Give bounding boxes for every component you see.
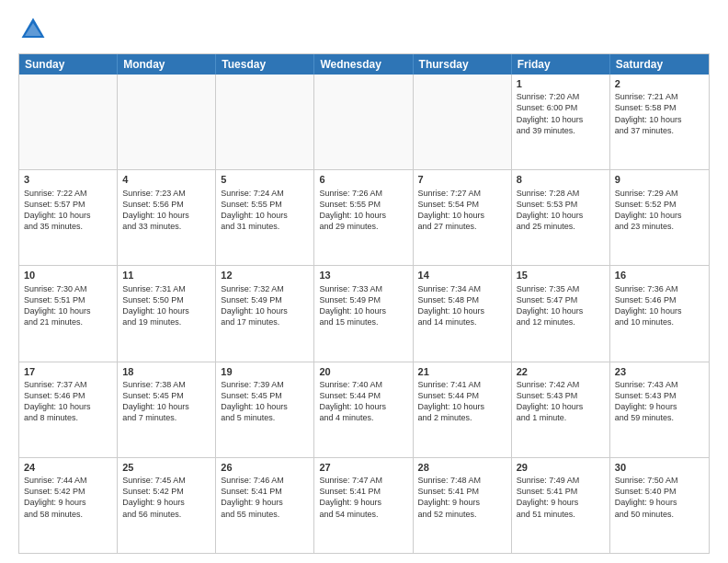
day-info: Sunrise: 7:38 AM Sunset: 5:45 PM Dayligh… [122,379,210,424]
calendar-row-1: 1Sunrise: 7:20 AM Sunset: 6:00 PM Daylig… [19,75,709,169]
day-info: Sunrise: 7:47 AM Sunset: 5:41 PM Dayligh… [319,475,407,520]
day-info: Sunrise: 7:33 AM Sunset: 5:49 PM Dayligh… [319,283,407,328]
day-number: 19 [221,365,309,378]
day-number: 17 [24,365,112,378]
day-cell-10: 10Sunrise: 7:30 AM Sunset: 5:51 PM Dayli… [19,266,118,361]
weekday-header-monday: Monday [118,54,216,75]
day-info: Sunrise: 7:34 AM Sunset: 5:48 PM Dayligh… [418,283,506,328]
day-number: 11 [122,269,210,282]
empty-cell [414,75,512,169]
day-number: 10 [24,269,112,282]
day-number: 3 [24,173,112,186]
day-cell-2: 2Sunrise: 7:21 AM Sunset: 5:58 PM Daylig… [610,75,709,169]
day-info: Sunrise: 7:26 AM Sunset: 5:55 PM Dayligh… [319,188,407,233]
day-number: 13 [319,269,407,282]
day-number: 2 [615,77,704,90]
day-number: 14 [418,269,506,282]
day-number: 21 [418,365,506,378]
day-info: Sunrise: 7:42 AM Sunset: 5:43 PM Dayligh… [517,379,605,424]
logo [18,15,51,44]
weekday-header-sunday: Sunday [19,54,118,75]
day-info: Sunrise: 7:24 AM Sunset: 5:55 PM Dayligh… [221,188,309,233]
calendar-row-4: 17Sunrise: 7:37 AM Sunset: 5:46 PM Dayli… [19,362,709,457]
day-cell-25: 25Sunrise: 7:45 AM Sunset: 5:42 PM Dayli… [118,458,216,553]
day-number: 4 [122,173,210,186]
day-info: Sunrise: 7:44 AM Sunset: 5:42 PM Dayligh… [24,475,112,520]
day-info: Sunrise: 7:22 AM Sunset: 5:57 PM Dayligh… [24,188,112,233]
day-number: 9 [615,173,704,186]
day-info: Sunrise: 7:23 AM Sunset: 5:56 PM Dayligh… [122,188,210,233]
day-info: Sunrise: 7:29 AM Sunset: 5:52 PM Dayligh… [615,188,704,233]
calendar-row-2: 3Sunrise: 7:22 AM Sunset: 5:57 PM Daylig… [19,169,709,265]
weekday-header-tuesday: Tuesday [216,54,314,75]
day-info: Sunrise: 7:37 AM Sunset: 5:46 PM Dayligh… [24,379,112,424]
day-number: 28 [418,461,506,474]
day-number: 29 [517,461,605,474]
day-cell-18: 18Sunrise: 7:38 AM Sunset: 5:45 PM Dayli… [118,362,216,457]
day-number: 12 [221,269,309,282]
page-header [18,15,710,44]
day-cell-20: 20Sunrise: 7:40 AM Sunset: 5:44 PM Dayli… [314,362,413,457]
weekday-header-thursday: Thursday [414,54,512,75]
day-number: 5 [221,173,309,186]
day-info: Sunrise: 7:45 AM Sunset: 5:42 PM Dayligh… [122,475,210,520]
day-number: 15 [517,269,605,282]
day-info: Sunrise: 7:46 AM Sunset: 5:41 PM Dayligh… [221,475,309,520]
day-cell-1: 1Sunrise: 7:20 AM Sunset: 6:00 PM Daylig… [512,75,610,169]
day-cell-17: 17Sunrise: 7:37 AM Sunset: 5:46 PM Dayli… [19,362,118,457]
day-info: Sunrise: 7:41 AM Sunset: 5:44 PM Dayligh… [418,379,506,424]
day-number: 24 [24,461,112,474]
empty-cell [216,75,314,169]
day-cell-15: 15Sunrise: 7:35 AM Sunset: 5:47 PM Dayli… [512,266,610,361]
day-cell-3: 3Sunrise: 7:22 AM Sunset: 5:57 PM Daylig… [19,170,118,265]
day-number: 1 [517,77,605,90]
day-number: 27 [319,461,407,474]
day-number: 16 [615,269,704,282]
day-cell-16: 16Sunrise: 7:36 AM Sunset: 5:46 PM Dayli… [610,266,709,361]
day-number: 22 [517,365,605,378]
day-info: Sunrise: 7:30 AM Sunset: 5:51 PM Dayligh… [24,283,112,328]
day-number: 8 [517,173,605,186]
day-cell-30: 30Sunrise: 7:50 AM Sunset: 5:40 PM Dayli… [610,458,709,553]
day-info: Sunrise: 7:50 AM Sunset: 5:40 PM Dayligh… [615,475,704,520]
day-cell-11: 11Sunrise: 7:31 AM Sunset: 5:50 PM Dayli… [118,266,216,361]
weekday-header-friday: Friday [512,54,610,75]
day-cell-5: 5Sunrise: 7:24 AM Sunset: 5:55 PM Daylig… [216,170,314,265]
day-info: Sunrise: 7:43 AM Sunset: 5:43 PM Dayligh… [615,379,704,424]
day-info: Sunrise: 7:27 AM Sunset: 5:54 PM Dayligh… [418,188,506,233]
day-number: 26 [221,461,309,474]
day-cell-12: 12Sunrise: 7:32 AM Sunset: 5:49 PM Dayli… [216,266,314,361]
day-info: Sunrise: 7:35 AM Sunset: 5:47 PM Dayligh… [517,283,605,328]
calendar-header: SundayMondayTuesdayWednesdayThursdayFrid… [19,54,709,75]
day-info: Sunrise: 7:21 AM Sunset: 5:58 PM Dayligh… [615,91,704,136]
logo-icon [18,15,48,44]
day-cell-4: 4Sunrise: 7:23 AM Sunset: 5:56 PM Daylig… [118,170,216,265]
day-number: 20 [319,365,407,378]
day-cell-14: 14Sunrise: 7:34 AM Sunset: 5:48 PM Dayli… [414,266,512,361]
day-info: Sunrise: 7:39 AM Sunset: 5:45 PM Dayligh… [221,379,309,424]
day-number: 30 [615,461,704,474]
calendar-body: 1Sunrise: 7:20 AM Sunset: 6:00 PM Daylig… [19,75,709,553]
calendar-row-5: 24Sunrise: 7:44 AM Sunset: 5:42 PM Dayli… [19,457,709,553]
day-number: 23 [615,365,704,378]
day-cell-24: 24Sunrise: 7:44 AM Sunset: 5:42 PM Dayli… [19,458,118,553]
weekday-header-wednesday: Wednesday [314,54,413,75]
day-info: Sunrise: 7:32 AM Sunset: 5:49 PM Dayligh… [221,283,309,328]
day-cell-26: 26Sunrise: 7:46 AM Sunset: 5:41 PM Dayli… [216,458,314,553]
empty-cell [19,75,118,169]
day-number: 25 [122,461,210,474]
day-cell-7: 7Sunrise: 7:27 AM Sunset: 5:54 PM Daylig… [414,170,512,265]
day-cell-22: 22Sunrise: 7:42 AM Sunset: 5:43 PM Dayli… [512,362,610,457]
day-cell-28: 28Sunrise: 7:48 AM Sunset: 5:41 PM Dayli… [414,458,512,553]
day-info: Sunrise: 7:48 AM Sunset: 5:41 PM Dayligh… [418,475,506,520]
empty-cell [118,75,216,169]
day-cell-29: 29Sunrise: 7:49 AM Sunset: 5:41 PM Dayli… [512,458,610,553]
day-info: Sunrise: 7:40 AM Sunset: 5:44 PM Dayligh… [319,379,407,424]
day-number: 6 [319,173,407,186]
day-info: Sunrise: 7:31 AM Sunset: 5:50 PM Dayligh… [122,283,210,328]
day-cell-8: 8Sunrise: 7:28 AM Sunset: 5:53 PM Daylig… [512,170,610,265]
day-cell-21: 21Sunrise: 7:41 AM Sunset: 5:44 PM Dayli… [414,362,512,457]
calendar-row-3: 10Sunrise: 7:30 AM Sunset: 5:51 PM Dayli… [19,265,709,361]
day-cell-23: 23Sunrise: 7:43 AM Sunset: 5:43 PM Dayli… [610,362,709,457]
day-cell-13: 13Sunrise: 7:33 AM Sunset: 5:49 PM Dayli… [314,266,413,361]
